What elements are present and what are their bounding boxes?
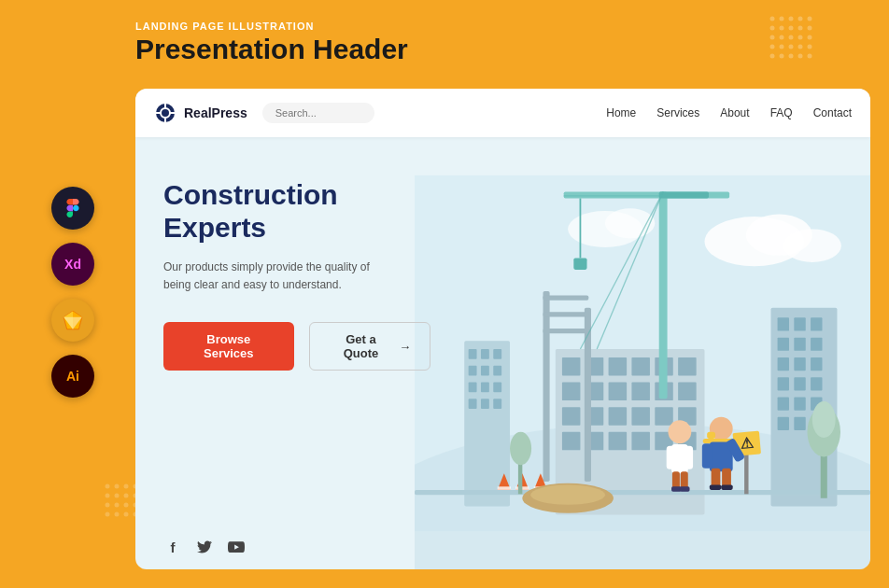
- svg-rect-118: [659, 192, 709, 199]
- svg-point-22: [789, 54, 794, 59]
- svg-point-135: [812, 401, 836, 438]
- arrow-icon: →: [399, 340, 411, 354]
- svg-point-10: [770, 35, 775, 40]
- search-input[interactable]: [262, 103, 374, 123]
- svg-point-2: [789, 17, 794, 21]
- browse-services-button[interactable]: Browse Services: [163, 322, 294, 371]
- svg-point-12: [789, 35, 794, 40]
- svg-point-19: [808, 45, 812, 49]
- svg-rect-90: [631, 357, 650, 376]
- illustrator-icon[interactable]: Ai: [51, 355, 94, 398]
- svg-point-30: [115, 494, 120, 498]
- svg-point-8: [798, 26, 803, 31]
- svg-point-6: [780, 26, 784, 31]
- logo-name: RealPress: [184, 105, 247, 120]
- xd-icon[interactable]: Xd: [51, 243, 94, 286]
- svg-point-52: [605, 208, 655, 238]
- svg-point-25: [106, 484, 110, 489]
- svg-rect-70: [811, 317, 822, 330]
- svg-point-31: [124, 494, 129, 498]
- nav-services[interactable]: Services: [656, 106, 699, 119]
- figma-icon[interactable]: [51, 187, 94, 230]
- sketch-icon[interactable]: [51, 299, 94, 342]
- svg-rect-55: [469, 349, 477, 359]
- svg-point-39: [124, 512, 129, 517]
- svg-rect-59: [481, 366, 489, 376]
- svg-rect-157: [721, 485, 732, 490]
- svg-rect-89: [609, 357, 628, 376]
- svg-point-33: [106, 503, 110, 508]
- svg-rect-98: [678, 383, 697, 401]
- svg-rect-60: [493, 366, 501, 376]
- svg-point-14: [808, 35, 812, 40]
- svg-rect-71: [778, 338, 789, 351]
- svg-rect-108: [631, 432, 650, 451]
- svg-rect-72: [794, 338, 805, 351]
- logo-icon: [154, 102, 176, 124]
- facebook-icon[interactable]: f: [163, 538, 182, 556]
- youtube-icon[interactable]: [227, 538, 246, 556]
- svg-rect-101: [609, 407, 628, 426]
- svg-point-20: [770, 54, 775, 59]
- side-tool-icons: Xd Ai: [51, 187, 94, 398]
- hero-heading-line1: Construction: [163, 179, 338, 210]
- svg-rect-102: [631, 407, 650, 426]
- nav-home[interactable]: Home: [606, 106, 636, 119]
- svg-rect-79: [811, 377, 822, 390]
- svg-text:⚠: ⚠: [740, 435, 755, 452]
- svg-rect-83: [778, 417, 789, 430]
- svg-rect-113: [543, 295, 589, 300]
- svg-rect-57: [493, 349, 501, 359]
- svg-point-5: [770, 26, 775, 31]
- twitter-icon[interactable]: [195, 538, 214, 556]
- svg-rect-150: [707, 432, 715, 439]
- svg-point-34: [115, 503, 120, 508]
- svg-point-24: [808, 54, 812, 59]
- get-quote-button[interactable]: Get a Quote →: [309, 322, 431, 371]
- nav-faq[interactable]: FAQ: [770, 106, 793, 119]
- nav-about[interactable]: About: [720, 106, 749, 119]
- svg-rect-111: [543, 291, 550, 482]
- svg-rect-153: [702, 443, 713, 469]
- svg-rect-144: [684, 446, 693, 469]
- svg-rect-107: [609, 432, 628, 451]
- btn-group: Browse Services Get a Quote →: [163, 322, 430, 371]
- svg-point-137: [510, 432, 531, 465]
- svg-rect-93: [562, 383, 581, 401]
- hero-heading: Construction Experts: [163, 179, 430, 244]
- svg-rect-116: [659, 192, 668, 399]
- svg-point-23: [798, 54, 803, 59]
- svg-rect-92: [678, 357, 697, 376]
- svg-point-11: [780, 35, 784, 40]
- svg-rect-143: [667, 446, 675, 469]
- svg-rect-69: [794, 317, 805, 330]
- nav-contact[interactable]: Contact: [813, 106, 852, 119]
- svg-point-9: [808, 26, 812, 31]
- svg-rect-87: [562, 357, 581, 376]
- svg-point-0: [770, 17, 775, 21]
- svg-point-132: [530, 485, 605, 505]
- svg-rect-66: [493, 399, 501, 409]
- svg-rect-81: [794, 398, 805, 411]
- footer-socials: f: [163, 538, 246, 556]
- svg-rect-80: [778, 398, 789, 411]
- svg-rect-56: [481, 349, 489, 359]
- svg-point-13: [798, 35, 803, 40]
- svg-point-27: [124, 484, 129, 489]
- get-quote-label: Get a Quote: [329, 332, 394, 360]
- svg-point-141: [669, 420, 692, 443]
- logo-area: RealPress: [154, 102, 247, 124]
- svg-point-38: [115, 512, 120, 517]
- svg-rect-114: [543, 312, 589, 316]
- svg-rect-103: [655, 407, 673, 426]
- svg-rect-61: [469, 383, 477, 393]
- svg-point-50: [783, 229, 841, 261]
- svg-rect-63: [493, 383, 501, 393]
- svg-point-7: [789, 26, 794, 31]
- hero-area: Construction Experts Our products simply…: [135, 137, 870, 569]
- svg-rect-105: [562, 432, 581, 451]
- svg-point-29: [106, 494, 110, 498]
- svg-rect-124: [415, 490, 870, 495]
- svg-rect-96: [631, 383, 650, 401]
- page-subtitle: Landing Page Illustration: [135, 21, 408, 32]
